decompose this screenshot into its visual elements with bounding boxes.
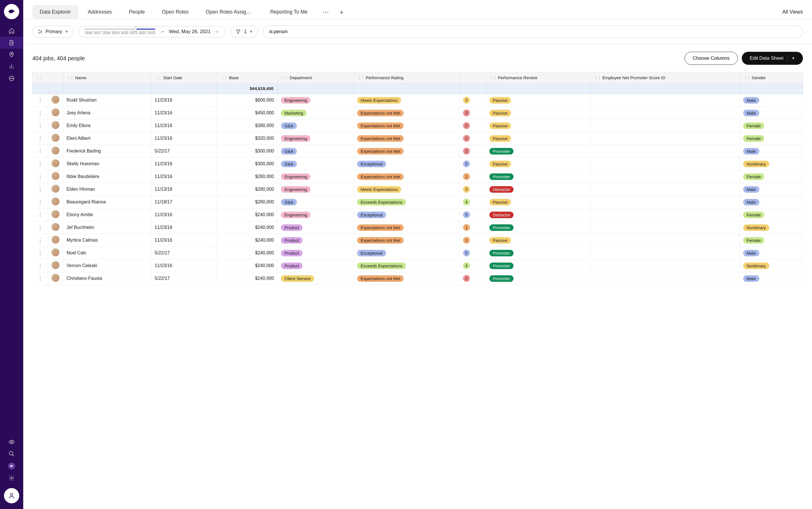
svg-point-10 xyxy=(38,33,39,33)
row-menu-button[interactable]: ⋮ xyxy=(38,97,43,103)
chip-gender: Female xyxy=(743,135,764,142)
app-logo[interactable] xyxy=(4,4,19,19)
column-header[interactable]: ⋮⋮Name xyxy=(63,72,151,83)
avatar xyxy=(52,96,60,104)
table-row[interactable]: ⋮Eleni Ailbert11/23/16$320,000Engineerin… xyxy=(33,132,803,145)
table-row[interactable]: ⋮Joey Arlena11/23/16$450,000MarketingExp… xyxy=(33,107,803,120)
nav-profile[interactable] xyxy=(4,488,19,503)
data-table-wrap[interactable]: ⋮⋮⋮⋮Name⋮⋮Start Date⋮⋮Base⋮⋮Department⋮⋮… xyxy=(23,72,812,509)
cell-name: Rudd Shushan xyxy=(63,94,151,107)
avatar xyxy=(52,121,60,129)
cell-start-date: 5/22/17 xyxy=(151,145,217,158)
row-menu-button[interactable]: ⋮ xyxy=(38,174,43,179)
row-menu-button[interactable]: ⋮ xyxy=(38,110,43,116)
row-menu-button[interactable]: ⋮ xyxy=(38,263,43,269)
all-views-link[interactable]: All Views xyxy=(782,5,803,19)
table-row[interactable]: ⋮Frederick Barling5/22/17$300,000G&AExpe… xyxy=(33,145,803,158)
row-menu-button[interactable]: ⋮ xyxy=(38,148,43,154)
home-icon xyxy=(8,28,15,34)
chip-department: G&A xyxy=(281,148,297,155)
drag-handle-icon[interactable]: ⋮⋮ xyxy=(490,75,496,80)
view-tab[interactable]: Data Explorer xyxy=(32,5,78,19)
filter-button[interactable]: 1 ▼ xyxy=(230,26,258,38)
timeline-year: 2019 xyxy=(112,31,120,35)
table-row[interactable]: ⋮Elden Hinman11/13/18$280,000Engineering… xyxy=(33,183,803,196)
date-prev-button[interactable]: ← xyxy=(160,29,165,35)
column-header[interactable]: ⋮⋮Department xyxy=(278,72,354,83)
drag-handle-icon[interactable]: ⋮⋮ xyxy=(594,75,601,80)
timeline-control[interactable]: 20162017201820192020202120222023 ← Wed, … xyxy=(78,26,225,37)
row-menu-button[interactable]: ⋮ xyxy=(38,161,43,167)
nav-visibility[interactable] xyxy=(0,436,23,448)
timeline-knob[interactable] xyxy=(134,27,137,31)
table-row[interactable]: ⋮Skelly Huesman11/23/16$300,000G&AExcept… xyxy=(33,158,803,170)
view-tab[interactable]: Addresses xyxy=(81,5,119,19)
nav-analytics[interactable] xyxy=(0,61,23,72)
cell-name: Ebony Amitie xyxy=(63,208,151,221)
avatar xyxy=(52,198,60,205)
table-row[interactable]: ⋮Myrtice Calmas11/23/16$240,000ProductEx… xyxy=(33,234,803,247)
column-header[interactable]: ⋮⋮Employee Net Promoter Score ID xyxy=(590,72,740,83)
add-tab-button[interactable]: ＋ xyxy=(337,7,347,17)
column-header[interactable]: ⋮⋮Gender xyxy=(740,72,803,83)
row-menu-button[interactable]: ⋮ xyxy=(38,237,43,243)
table-row[interactable]: ⋮Jef Buchheim11/23/16$240,000ProductExpe… xyxy=(33,221,803,234)
drag-handle-icon[interactable]: ⋮⋮ xyxy=(36,75,43,80)
timeline-track[interactable] xyxy=(85,29,155,30)
table-row[interactable]: ⋮Rudd Shushan11/23/16$600,000Engineering… xyxy=(33,94,803,107)
row-menu-button[interactable]: ⋮ xyxy=(38,123,43,129)
nav-more[interactable] xyxy=(0,72,23,84)
row-menu-button[interactable]: ⋮ xyxy=(38,250,43,256)
row-menu-button[interactable]: ⋮ xyxy=(38,276,43,281)
table-row[interactable]: ⋮Vernon Celeski11/23/16$240,000ProductEx… xyxy=(33,260,803,272)
cell-name: Myrtice Calmas xyxy=(63,234,151,247)
drag-handle-icon[interactable]: ⋮⋮ xyxy=(155,75,161,80)
tab-overflow-button[interactable]: ⋯ xyxy=(321,7,331,17)
cell-name: Jef Buchheim xyxy=(63,221,151,234)
column-header[interactable]: ⋮⋮Start Date xyxy=(151,72,217,83)
edit-data-sheet-button[interactable]: Edit Data Sheet ▼ xyxy=(742,52,803,65)
table-row[interactable]: ⋮Beauregard Rianna11/18/17$280,000G&AExc… xyxy=(33,196,803,208)
drag-handle-icon[interactable]: ⋮⋮ xyxy=(281,75,288,80)
column-header[interactable]: ⋮⋮Performance Rating xyxy=(354,72,459,83)
drag-handle-icon[interactable]: ⋮⋮ xyxy=(743,75,750,80)
nav-brand-small[interactable] xyxy=(8,463,15,469)
search-input[interactable] xyxy=(269,29,797,34)
table-row[interactable]: ⋮Emily Ellora11/23/16$380,000G&AExpectat… xyxy=(33,120,803,132)
column-header[interactable] xyxy=(459,72,486,83)
cell-nps-id xyxy=(590,234,740,247)
view-tab[interactable]: Reporting To Me xyxy=(263,5,315,19)
choose-columns-button[interactable]: Choose Columns xyxy=(685,52,738,65)
table-row[interactable]: ⋮Noel Calv5/22/17$240,000ProductExceptio… xyxy=(33,247,803,260)
drag-handle-icon[interactable]: ⋮⋮ xyxy=(221,75,227,80)
view-tab[interactable]: People xyxy=(122,5,152,19)
nav-location[interactable] xyxy=(0,49,23,61)
drag-handle-icon[interactable]: ⋮⋮ xyxy=(357,75,364,80)
table-row[interactable]: ⋮Ibbie Baudelaire11/23/16$280,000Enginee… xyxy=(33,170,803,183)
nav-documents[interactable] xyxy=(0,37,23,49)
search-box[interactable] xyxy=(263,26,803,38)
column-header[interactable]: ⋮⋮Base xyxy=(217,72,278,83)
row-menu-button[interactable]: ⋮ xyxy=(38,225,43,230)
table-row[interactable]: ⋮Christiano Fausta5/22/17$240,000Client … xyxy=(33,272,803,285)
view-tab[interactable]: Open Roles Assigned To … xyxy=(198,5,260,19)
column-header[interactable]: ⋮⋮ xyxy=(33,72,48,83)
row-menu-button[interactable]: ⋮ xyxy=(38,212,43,217)
scenario-selector[interactable]: Primary ▼ xyxy=(32,26,74,38)
nav-home[interactable] xyxy=(0,25,23,37)
drag-handle-icon[interactable]: ⋮⋮ xyxy=(67,75,73,80)
table-row[interactable]: ⋮Ebony Amitie11/23/16$240,000Engineering… xyxy=(33,208,803,221)
nav-search[interactable] xyxy=(0,448,23,460)
view-tab[interactable]: Open Roles xyxy=(154,5,196,19)
cell-name: Elden Hinman xyxy=(63,183,151,196)
row-menu-button[interactable]: ⋮ xyxy=(38,186,43,192)
eye-icon xyxy=(8,439,15,445)
column-header[interactable] xyxy=(48,72,63,83)
column-header[interactable]: ⋮⋮Performance Review xyxy=(486,72,590,83)
row-menu-button[interactable]: ⋮ xyxy=(38,136,43,141)
nav-settings[interactable] xyxy=(0,472,23,484)
date-next-button[interactable]: → xyxy=(214,29,219,35)
sum-base: $44,619,400 xyxy=(217,83,278,94)
cell-name: Eleni Ailbert xyxy=(63,132,151,145)
row-menu-button[interactable]: ⋮ xyxy=(38,199,43,205)
